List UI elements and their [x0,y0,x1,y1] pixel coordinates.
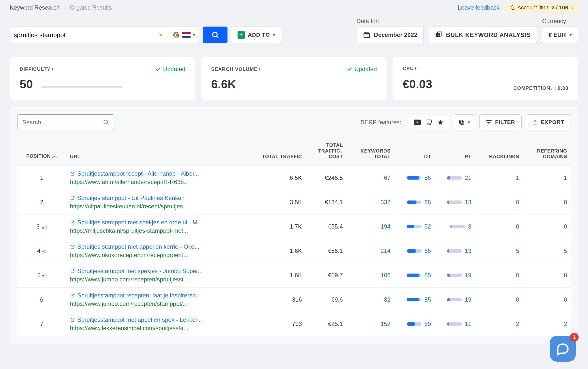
dt-cell: 52 [394,215,435,239]
keywords-cell[interactable]: 194 [347,215,394,239]
currency-label: Currency: [542,18,578,25]
pt-cell: 13 [435,239,475,263]
external-link-icon [70,269,75,274]
table-row: 2 Spruitjes stamppot - Uit Paulines Keuk… [17,190,571,215]
result-url[interactable]: https://www.lekkerensimpel.com/spuitjess… [70,325,242,332]
dt-cell: 86 [394,166,435,190]
info-icon[interactable]: i [258,67,260,72]
traffic-cell: 316 [245,288,305,312]
google-icon [173,31,180,38]
result-title-link[interactable]: Spruitjes stamppot met appel en kerrie -… [70,243,242,250]
clear-icon[interactable]: × [159,31,163,39]
info-icon[interactable]: i [551,86,553,91]
traffic-cost-cell: €134.1 [306,190,347,215]
backlinks-cell[interactable]: 0 [475,263,523,288]
col-dt[interactable]: DT [394,136,435,166]
col-url[interactable]: URL [66,136,245,166]
keywords-cell[interactable]: 82 [347,288,394,312]
result-url[interactable]: https://www.okokorecepten.nl/recept/groe… [70,252,242,259]
url-cell: Spruitjesstamppot recept - Allerhande - … [66,166,245,190]
cpc-card: CPCi €0.03 COMPETITIONi : 0.03 [393,57,578,100]
svg-point-0 [212,32,217,37]
domains-cell[interactable]: 1 [523,166,571,190]
export-button[interactable]: EXPORT [526,114,571,130]
table-search-input[interactable] [22,119,103,126]
svg-marker-17 [438,120,443,125]
pt-cell: 13 [435,190,475,215]
result-title-link[interactable]: Spruitjesstamppot met appel en spek - Le… [70,316,242,323]
keywords-cell[interactable]: 152 [347,312,394,336]
add-to-button[interactable]: + ADD TO ▾ [231,27,282,43]
result-title-link[interactable]: Spruitjesstamppot recept - Allerhande - … [70,170,242,177]
currency-selector-button[interactable]: € EUR ▾ [542,27,578,43]
serp-features-box[interactable] [408,115,449,129]
account-limit-pill[interactable]: Account limit: 3 / 10K i [506,2,578,13]
keyword-input[interactable] [14,31,159,39]
breadcrumb: Keyword Research › Organic Results [10,4,112,11]
pt-cell: 19 [435,263,475,288]
backlinks-cell[interactable]: 0 [475,190,523,215]
traffic-cell: 6.5K [245,166,305,190]
add-icon: + [238,31,245,39]
col-position[interactable]: POSITION ︿ [17,136,66,166]
search-engine-selector[interactable]: ▾ [168,31,195,38]
filter-button[interactable]: FILTER [479,114,521,130]
keywords-cell[interactable]: 67 [347,166,394,190]
carousel-icon [425,119,433,125]
info-icon[interactable]: i [51,67,53,72]
chat-button[interactable]: 1 [550,336,576,362]
calendar-icon [363,31,370,39]
result-url[interactable]: https://www.jumbo.com/recepten/stamppot/… [70,300,242,307]
result-url[interactable]: https://uitpaulineskeuken.nl/recept/spru… [70,203,242,210]
domains-cell[interactable]: 0 [523,215,571,239]
search-button[interactable] [203,27,227,43]
dt-cell: 85 [394,263,435,288]
domains-cell[interactable]: 0 [523,190,571,215]
position-cell: 1 [17,166,66,190]
bulk-analysis-button[interactable]: + BULK KEYWORD ANALYSIS [429,27,537,43]
keywords-cell[interactable]: 332 [347,190,394,215]
keywords-cell[interactable]: 106 [347,263,394,288]
result-url[interactable]: https://miljuschka.nl/spruitjes-stamppot… [70,227,242,234]
result-title-link[interactable]: Spruitjesstamppot met spekjes - Jumbo Su… [70,268,242,275]
keywords-cell[interactable]: 214 [347,239,394,263]
date-selector-button[interactable]: December 2022 [357,27,424,43]
result-title-link[interactable]: Spruitjes stamppot met spekjes en rode u… [70,219,242,226]
position-cell: 5▾1 [17,263,66,288]
backlinks-cell[interactable]: 1 [475,166,523,190]
backlinks-cell[interactable]: 0 [475,215,523,239]
external-link-icon [70,171,75,176]
col-backlinks[interactable]: BACKLINKS [475,136,523,166]
traffic-cost-cell: €25.1 [306,312,347,336]
copy-icon [458,119,465,125]
pt-cell: 8 [435,215,475,239]
info-icon[interactable]: i [415,66,417,71]
result-title-link[interactable]: Spruitjesstamppot recepten: laat je insp… [70,292,242,299]
col-ref-domains[interactable]: REFERRINGDOMAINS [523,136,571,166]
domains-cell[interactable]: 0 [523,263,571,288]
backlinks-cell[interactable]: 0 [475,288,523,312]
gauge-icon [511,5,515,10]
col-traffic-cost[interactable]: TOTALTRAFFICiCOST [306,136,347,166]
col-total-traffic[interactable]: TOTAL TRAFFIC [245,136,305,166]
external-link-icon [70,220,75,225]
url-cell: Spruitjesstamppot met spekjes - Jumbo Su… [66,263,245,288]
table-row: 5▾1 Spruitjesstamppot met spekjes - Jumb… [17,263,571,288]
breadcrumb-root[interactable]: Keyword Research [10,4,60,11]
domains-cell[interactable]: 5 [523,239,571,263]
result-url[interactable]: https://www.ah.nl/allerhande/recept/R-R6… [70,179,242,185]
traffic-cell: 703 [245,312,305,336]
col-pt[interactable]: PT [435,136,475,166]
position-change: ▾1 [42,274,46,278]
result-url[interactable]: https://www.jumbo.com/recepten/spruitjes… [70,276,242,283]
leave-feedback-link[interactable]: Leave feedback [458,4,499,11]
result-title-link[interactable]: Spruitjes stamppot - Uit Paulines Keuken [70,195,242,201]
backlinks-cell[interactable]: 5 [475,239,523,263]
col-keywords-total[interactable]: KEYWORDSTOTAL [347,136,394,166]
backlinks-cell[interactable]: 2 [475,312,523,336]
domains-cell[interactable]: 2 [523,312,571,336]
copy-button[interactable]: ▾ [454,114,475,130]
domains-cell[interactable]: 0 [523,288,571,312]
breadcrumb-sub: Organic Results [70,4,112,11]
external-link-icon [70,196,75,200]
